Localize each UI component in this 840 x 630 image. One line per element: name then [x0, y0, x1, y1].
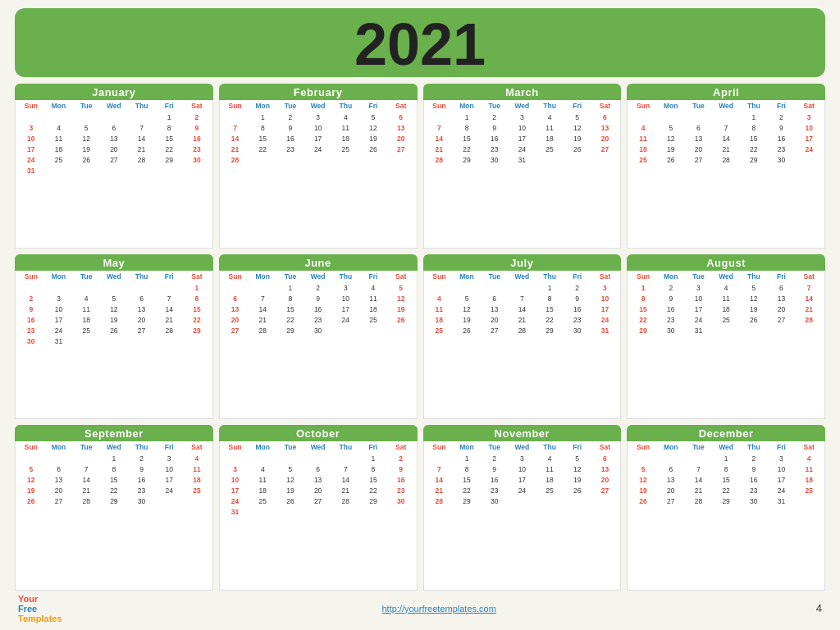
- day-cell: 13: [128, 304, 156, 314]
- day-cell: [359, 325, 387, 336]
- day-cell: 30: [128, 495, 156, 506]
- day-header-thu: Thu: [536, 442, 564, 452]
- day-cell: 15: [155, 133, 183, 144]
- day-cell: [183, 165, 211, 176]
- days-grid: 1234567891011121314151617181920212223242…: [17, 282, 211, 346]
- month-title-december: December: [627, 425, 825, 441]
- day-cell: 15: [536, 304, 564, 314]
- day-cell: [249, 506, 276, 517]
- day-cell: [331, 453, 359, 463]
- day-cell: 27: [657, 495, 685, 506]
- day-cell: 19: [276, 485, 304, 495]
- day-cell: 24: [221, 495, 249, 506]
- day-cell: 26: [359, 144, 387, 154]
- day-cell: 23: [657, 314, 685, 325]
- day-cell: [629, 112, 657, 122]
- day-cell: 12: [740, 293, 768, 304]
- day-header-mon: Mon: [453, 272, 481, 281]
- day-cell: 6: [768, 282, 796, 293]
- days-grid: 1234567891011121314151617181920212223242…: [629, 282, 823, 336]
- day-header-sat: Sat: [387, 101, 415, 111]
- day-cell: 3: [768, 453, 796, 463]
- day-cell: 23: [564, 314, 591, 325]
- day-cell: 21: [128, 144, 156, 154]
- day-cell: 27: [481, 325, 509, 336]
- day-header-tue: Tue: [276, 442, 304, 452]
- day-header-tue: Tue: [685, 442, 713, 452]
- month-june: JuneSunMonTueWedThuFriSat123456789101112…: [219, 254, 418, 419]
- day-cell: [426, 453, 454, 463]
- day-cell: [183, 495, 211, 506]
- day-cell: 5: [276, 463, 304, 474]
- day-cell: 16: [740, 474, 768, 485]
- day-header-mon: Mon: [45, 272, 73, 281]
- day-cell: 19: [359, 133, 387, 144]
- day-cell: 3: [155, 453, 183, 463]
- day-cell: 9: [304, 293, 332, 304]
- day-cell: 27: [685, 154, 713, 165]
- day-cell: 16: [387, 474, 415, 485]
- day-cell: 20: [591, 133, 619, 144]
- day-header-mon: Mon: [453, 442, 481, 452]
- days-grid: 1234567891011121314151617181920212223242…: [221, 112, 415, 165]
- day-header-sun: Sun: [17, 101, 45, 111]
- day-header-tue: Tue: [72, 101, 100, 111]
- month-title-july: July: [423, 254, 622, 271]
- day-cell: 3: [591, 282, 619, 293]
- day-cell: 2: [740, 453, 768, 463]
- day-cell: 15: [629, 304, 657, 314]
- day-cell: 27: [387, 144, 415, 154]
- day-header-sun: Sun: [426, 272, 454, 281]
- day-header-wed: Wed: [100, 272, 128, 281]
- footer-link[interactable]: http://yourfreetemplates.com: [381, 604, 495, 614]
- day-cell: 26: [72, 154, 100, 165]
- day-header-sat: Sat: [387, 272, 415, 281]
- day-cell: [629, 453, 657, 463]
- day-header-mon: Mon: [45, 442, 73, 452]
- day-header-tue: Tue: [685, 272, 713, 281]
- day-cell: 2: [276, 112, 304, 122]
- month-body-august: SunMonTueWedThuFriSat1234567891011121314…: [627, 271, 825, 419]
- day-cell: 1: [249, 112, 276, 122]
- day-cell: 17: [768, 474, 796, 485]
- day-cell: 9: [128, 463, 156, 474]
- day-cell: 5: [564, 112, 591, 122]
- day-cell: 22: [249, 144, 276, 154]
- days-grid: 1234567891011121314151617181920212223242…: [629, 112, 823, 165]
- day-cell: 1: [453, 453, 481, 463]
- day-cell: [128, 282, 156, 293]
- day-header-thu: Thu: [331, 272, 359, 281]
- day-cell: 15: [359, 474, 387, 485]
- day-cell: 25: [536, 485, 564, 495]
- day-cell: 19: [564, 133, 591, 144]
- day-cell: 16: [304, 304, 332, 314]
- day-cell: 4: [359, 282, 387, 293]
- day-cell: 10: [17, 133, 45, 144]
- day-cell: 30: [17, 336, 45, 346]
- month-body-february: SunMonTueWedThuFriSat1234567891011121314…: [219, 100, 418, 249]
- day-header-wed: Wed: [509, 101, 536, 111]
- day-cell: [426, 112, 454, 122]
- day-cell: 13: [100, 133, 128, 144]
- day-cell: 20: [685, 144, 713, 154]
- day-cell: 3: [509, 112, 536, 122]
- day-cell: 14: [685, 474, 713, 485]
- day-cell: [712, 112, 740, 122]
- day-cell: 5: [100, 293, 128, 304]
- day-cell: [72, 282, 100, 293]
- day-cell: 9: [740, 463, 768, 474]
- day-header-wed: Wed: [712, 442, 740, 452]
- day-cell: 24: [17, 154, 45, 165]
- month-november: NovemberSunMonTueWedThuFriSat12345678910…: [423, 425, 622, 590]
- day-cell: 18: [426, 314, 454, 325]
- day-cell: [221, 453, 249, 463]
- day-cell: 4: [249, 463, 276, 474]
- day-cell: 24: [509, 144, 536, 154]
- day-cell: 25: [426, 325, 454, 336]
- day-cell: 11: [536, 463, 564, 474]
- day-cell: 16: [768, 133, 796, 144]
- logo-templates: Templates: [18, 614, 62, 623]
- day-cell: 26: [740, 314, 768, 325]
- day-cell: 1: [183, 282, 211, 293]
- day-cell: 23: [304, 314, 332, 325]
